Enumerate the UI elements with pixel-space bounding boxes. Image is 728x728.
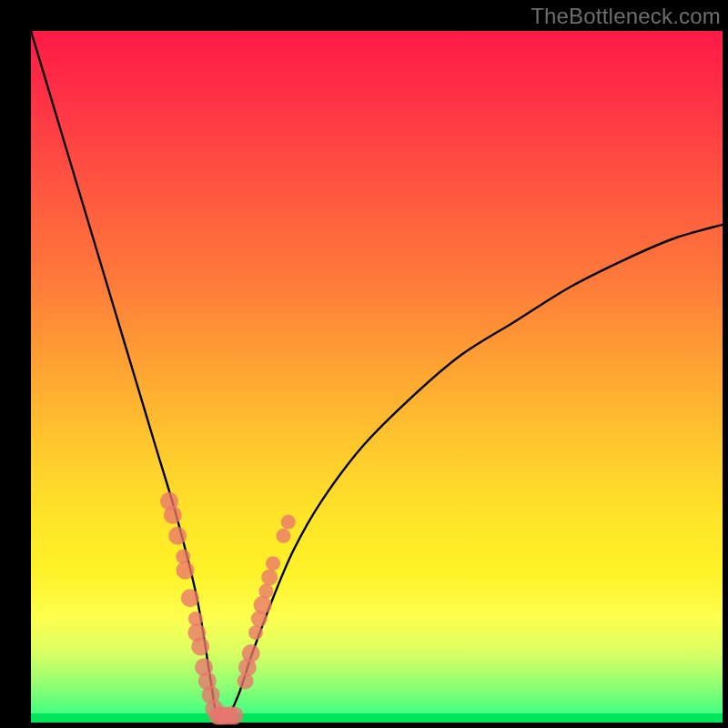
data-point	[242, 644, 260, 662]
chart-frame: TheBottleneck.com	[0, 0, 728, 728]
data-point	[254, 596, 272, 614]
data-point	[248, 625, 263, 640]
data-point	[168, 527, 187, 545]
scatter-right-branch	[238, 515, 296, 690]
data-point	[266, 556, 280, 571]
data-point	[276, 529, 290, 543]
chart-svg	[31, 31, 723, 723]
data-point	[225, 706, 243, 724]
scatter-left-branch	[160, 492, 243, 725]
watermark-text: TheBottleneck.com	[531, 4, 721, 29]
bottleneck-curve-path	[31, 31, 723, 727]
data-point	[281, 515, 296, 530]
data-point	[181, 589, 199, 607]
data-point	[176, 561, 194, 580]
data-point	[164, 506, 182, 524]
chart-plot-area	[31, 31, 723, 723]
data-point	[258, 584, 273, 599]
data-point	[261, 569, 278, 585]
data-point	[191, 637, 209, 655]
